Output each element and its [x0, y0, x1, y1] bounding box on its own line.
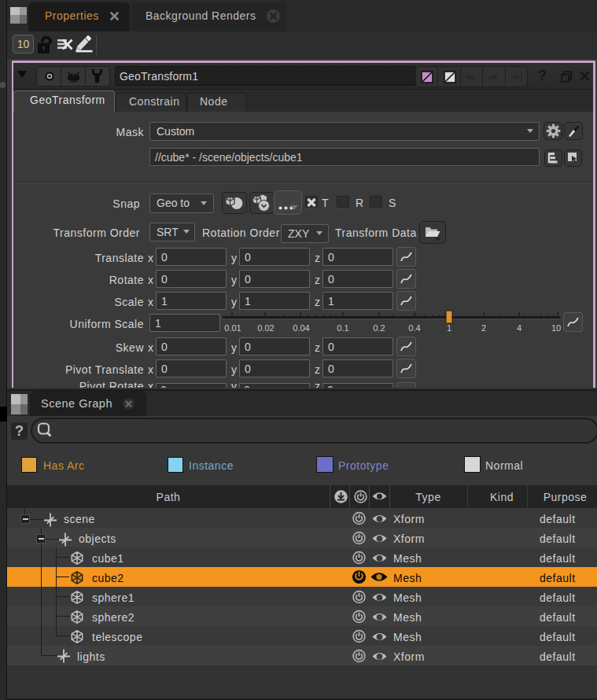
- svg-text:4: 4: [517, 323, 521, 333]
- svg-text:1: 1: [447, 323, 451, 333]
- svg-text:10: 10: [551, 323, 561, 333]
- svg-text:0.02: 0.02: [257, 323, 274, 333]
- svg-text:0.1: 0.1: [337, 323, 348, 333]
- svg-text:0.2: 0.2: [373, 323, 385, 333]
- svg-text:0.01: 0.01: [224, 323, 241, 333]
- svg-text:2: 2: [481, 323, 486, 333]
- svg-text:0.4: 0.4: [408, 323, 420, 333]
- svg-text:0.04: 0.04: [293, 323, 309, 333]
